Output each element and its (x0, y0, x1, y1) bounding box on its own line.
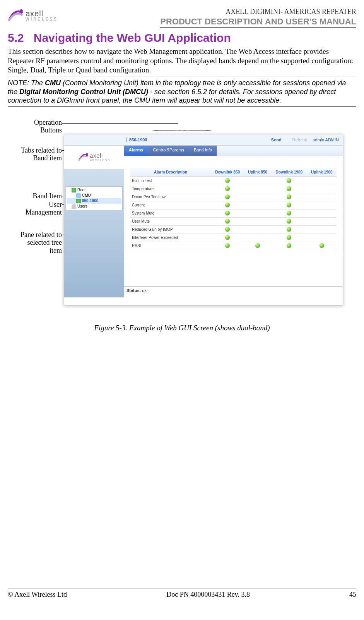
status-dot-icon (287, 203, 291, 207)
status-dot-icon (225, 243, 230, 248)
footer-page-number: 45 (349, 591, 356, 599)
alarm-desc-cell: Current (130, 201, 211, 209)
status-cell (244, 201, 271, 209)
table-row: System Mute (130, 209, 337, 217)
alarm-table: Alarm Description Downlink 850 Uplink 85… (130, 168, 337, 250)
status-cell (307, 225, 337, 234)
send-button[interactable]: Send (266, 137, 287, 142)
status-dot-icon (287, 243, 291, 248)
status-cell (244, 177, 271, 185)
status-cell (211, 242, 244, 250)
col-downlink-1900: Downlink 1900 (271, 168, 307, 177)
table-row: Temperature (130, 185, 337, 193)
user-label: admin ADMIN (313, 137, 343, 142)
table-row: RSSI (130, 242, 337, 250)
callout-tabs: Tabs related to Band item (21, 146, 62, 162)
status-cell (307, 177, 337, 185)
status-cell (307, 193, 337, 201)
callout-band-item: Band Item (33, 192, 62, 200)
status-cell (271, 185, 307, 193)
col-uplink-1900: Uplink 1900 (307, 168, 337, 177)
note-term-cmu: CMU (45, 79, 61, 87)
status-cell (244, 217, 271, 225)
callout-user-management: User Management (26, 201, 62, 216)
status-dot-icon (287, 211, 291, 215)
alarm-desc-cell: Temperature (130, 185, 211, 193)
footer-doc-pn: Doc PN 4000003431 Rev. 3.8 (166, 591, 250, 599)
web-gui-screenshot: 850-1900 Send Refresh admin ADMIN (64, 134, 343, 305)
intro-paragraph: This section describes how to navigate t… (8, 47, 356, 74)
status-cell (307, 234, 337, 242)
table-row: User Mute (130, 217, 337, 225)
status-dot-icon (287, 235, 291, 240)
status-dot-icon (225, 227, 230, 232)
header-manual-title: PRODUCT DESCRIPTION AND USER'S MANUAL (160, 17, 356, 28)
status-dot-icon (225, 211, 230, 215)
status-cell (244, 193, 271, 201)
status-dot-icon (287, 219, 291, 223)
alarm-desc-cell: Built In Test (130, 177, 211, 185)
topology-tree: − Root CMU 850-1900 (64, 185, 124, 212)
tree-item-band[interactable]: 850-1900 (67, 198, 121, 204)
figure-caption: Figure 5-3. Example of Web GUI Screen (s… (8, 324, 356, 332)
status-cell (307, 209, 337, 217)
table-row: Built In Test (130, 177, 337, 185)
status-cell (211, 209, 244, 217)
sidebar-logo: axell WIRELESS (64, 146, 124, 169)
breadcrumb: 850-1900 (126, 137, 147, 142)
section-number: 5.2 (8, 31, 24, 44)
tab-band-info[interactable]: Band Info (189, 146, 217, 156)
status-dot-icon (225, 203, 230, 207)
left-sidebar: axell WIRELESS − Root CMU (64, 146, 124, 297)
status-cell (271, 201, 307, 209)
status-cell (307, 201, 337, 209)
alarm-desc-cell: Interferer Power Exceeded (130, 234, 211, 242)
table-row: Donor Pwr Too Low (130, 193, 337, 201)
status-cell (271, 242, 307, 250)
status-cell (307, 242, 337, 250)
table-row: Interferer Power Exceeded (130, 234, 337, 242)
tab-control-params[interactable]: Control&Params (148, 146, 189, 156)
status-cell (271, 234, 307, 242)
tab-alarms[interactable]: Alarms (124, 146, 148, 156)
status-cell (211, 193, 244, 201)
status-cell (307, 217, 337, 225)
status-cell (271, 209, 307, 217)
status-dot-icon (255, 243, 260, 248)
table-row: Current (130, 201, 337, 209)
status-cell (244, 209, 271, 217)
page-footer: © Axell Wireless Ltd Doc PN 4000003431 R… (8, 589, 356, 599)
users-icon (72, 204, 76, 209)
alarm-desc-cell: RSSI (130, 242, 211, 250)
status-dot-icon (225, 235, 230, 240)
col-uplink-850: Uplink 850 (244, 168, 271, 177)
refresh-button[interactable]: Refresh (287, 137, 313, 142)
section-heading: 5.2 Navigating the Web GUI Application (8, 31, 356, 45)
status-cell (211, 177, 244, 185)
footer-copyright: © Axell Wireless Ltd (8, 591, 67, 599)
callout-operation-buttons: Operation Buttons (34, 119, 62, 134)
status-cell (211, 217, 244, 225)
note-prefix: NOTE: The (8, 79, 45, 87)
header-product-line: AXELL DIGIMINI- AMERICAS REPEATER (160, 8, 356, 16)
root-icon (72, 188, 76, 192)
status-cell (211, 225, 244, 234)
cmu-icon (76, 193, 81, 198)
status-cell (244, 234, 271, 242)
content-pane: Alarm Description Downlink 850 Uplink 85… (124, 156, 343, 286)
tree-item-users[interactable]: Users (67, 204, 121, 209)
tree-item-root[interactable]: − Root (67, 187, 121, 193)
alarm-desc-cell: User Mute (130, 217, 211, 225)
page-header: axell WIRELESS AXELL DIGIMINI- AMERICAS … (8, 8, 356, 28)
status-cell (271, 193, 307, 201)
table-row: Reduced Gain by IMOP (130, 225, 337, 234)
status-dot-icon (225, 178, 230, 183)
status-cell (211, 185, 244, 193)
status-dot-icon (225, 219, 230, 223)
col-alarm-description: Alarm Description (130, 168, 211, 177)
status-dot-icon (225, 186, 230, 191)
note-term-dmcu: Digital Monitoring Control Unit (DMCU) (19, 88, 148, 96)
status-cell (211, 234, 244, 242)
tree-item-cmu[interactable]: CMU (67, 193, 121, 198)
status-dot-icon (225, 194, 230, 199)
